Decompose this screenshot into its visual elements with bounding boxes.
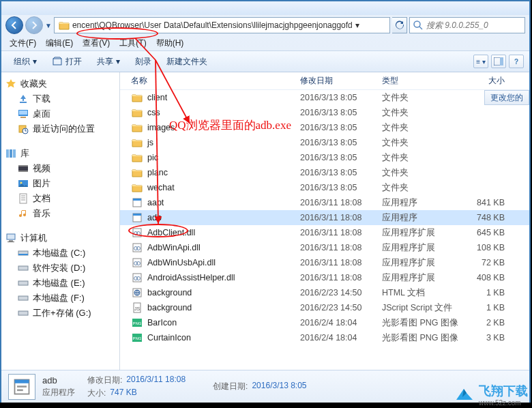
newfolder-button[interactable]: 新建文件夹: [160, 54, 214, 70]
folder-icon: [131, 136, 143, 149]
nav-computer[interactable]: 计算机: [5, 231, 115, 246]
file-name: AdbWinUsbApi.dll: [147, 258, 216, 267]
svg-rect-53: [17, 385, 27, 388]
refresh-button[interactable]: [392, 17, 407, 33]
navigation-pane[interactable]: 收藏夹 下载 桌面 最近访问的位置 库 视频 图片 文档 音乐 计算机 本地磁盘…: [1, 72, 120, 370]
file-row[interactable]: css2016/3/13 8:05文件夹: [120, 105, 529, 120]
menu-help[interactable]: 帮助(H): [152, 36, 188, 50]
pane-icon: [494, 57, 503, 65]
file-row[interactable]: images2016/3/13 8:05文件夹: [120, 120, 529, 135]
menu-view[interactable]: 查看(V): [78, 36, 114, 50]
forward-button[interactable]: [25, 16, 43, 34]
file-size: 408 KB: [464, 273, 505, 282]
chevron-down-icon: ▾: [116, 57, 120, 66]
file-size: 748 KB: [464, 213, 505, 222]
column-headers[interactable]: 名称 修改日期 类型 大小: [120, 72, 529, 90]
arrow-left-icon: [9, 20, 20, 31]
file-date: 2016/3/11 18:08: [300, 243, 382, 252]
js-icon: JS: [131, 302, 143, 314]
file-row[interactable]: adb2016/3/11 18:08应用程序748 KB: [120, 210, 529, 225]
file-row[interactable]: client2016/3/13 8:05文件夹: [120, 90, 529, 105]
dll-icon: [131, 272, 143, 284]
file-row[interactable]: PNGCurtainIcon2016/2/4 18:04光影看图 PNG 图像3…: [120, 330, 529, 345]
nav-recent[interactable]: 最近访问的位置: [5, 121, 115, 136]
file-row[interactable]: js2016/3/13 8:05文件夹: [120, 135, 529, 150]
drive-icon: [18, 308, 29, 319]
svg-rect-17: [20, 194, 27, 203]
file-row[interactable]: aapt2016/3/11 18:08应用程序841 KB: [120, 195, 529, 210]
help-button[interactable]: ?: [509, 55, 524, 68]
menu-edit[interactable]: 编辑(E): [42, 36, 77, 50]
picture-icon: [18, 178, 29, 189]
file-size: 3 KB: [464, 333, 505, 343]
nav-videos[interactable]: 视频: [5, 161, 115, 176]
svg-rect-24: [18, 281, 28, 285]
view-mode-button[interactable]: ≡ ▾: [473, 55, 488, 68]
details-mod-value: 2016/3/11 18:08: [126, 375, 186, 386]
file-row[interactable]: JSbackground2016/2/23 14:50JScript Scrip…: [120, 300, 529, 315]
svg-text:PNG: PNG: [132, 321, 141, 325]
address-input[interactable]: encent\QQBrowser\User Data\Default\Exten…: [54, 17, 390, 33]
file-row[interactable]: AndroidAssistHelper.dll2016/3/11 18:08应用…: [120, 270, 529, 285]
nav-music[interactable]: 音乐: [5, 206, 115, 221]
file-row[interactable]: planc2016/3/13 8:05文件夹: [120, 165, 529, 180]
svg-rect-23: [18, 266, 28, 270]
file-type: 文件夹: [382, 152, 464, 164]
change-view-hint[interactable]: 更改您的: [484, 90, 529, 105]
desktop-icon: [18, 108, 29, 119]
file-date: 2016/3/11 18:08: [300, 258, 382, 267]
refresh-icon: [394, 20, 405, 31]
col-name[interactable]: 名称: [131, 75, 300, 87]
menu-file[interactable]: 文件(F): [5, 36, 40, 50]
file-row[interactable]: PNGBarIcon2016/2/4 18:04光影看图 PNG 图像2 KB: [120, 315, 529, 330]
file-type: 光影看图 PNG 图像: [382, 332, 464, 344]
history-dropdown-icon[interactable]: ▼: [45, 22, 52, 29]
details-size-label: 大小:: [87, 388, 106, 399]
file-list[interactable]: client2016/3/13 8:05文件夹css2016/3/13 8:05…: [120, 90, 529, 345]
chevron-down-icon: ▾: [33, 57, 37, 66]
file-row[interactable]: AdbClient.dll2016/3/11 18:08应用程序扩展645 KB: [120, 225, 529, 240]
nav-desktop[interactable]: 桌面: [5, 106, 115, 121]
file-type: 文件夹: [382, 107, 464, 119]
nav-documents[interactable]: 文档: [5, 191, 115, 206]
file-date: 2016/3/13 8:05: [300, 153, 382, 162]
file-name: AdbClient.dll: [147, 228, 195, 237]
titlebar[interactable]: [1, 1, 529, 15]
organize-button[interactable]: 组织 ▾: [7, 54, 44, 70]
file-date: 2016/3/13 8:05: [300, 123, 382, 132]
library-icon: [5, 148, 16, 159]
preview-pane-button[interactable]: [491, 55, 506, 68]
file-row[interactable]: AdbWinApi.dll2016/3/11 18:08应用程序扩展108 KB: [120, 240, 529, 255]
nav-libraries[interactable]: 库: [5, 146, 115, 161]
share-button[interactable]: 共享 ▾: [90, 54, 127, 70]
file-row[interactable]: pic2016/3/13 8:05文件夹: [120, 150, 529, 165]
nav-pictures[interactable]: 图片: [5, 176, 115, 191]
nav-drive-f[interactable]: 本地磁盘 (F:): [5, 291, 115, 306]
nav-drive-e[interactable]: 本地磁盘 (E:): [5, 276, 115, 291]
back-button[interactable]: [5, 16, 23, 34]
nav-drive-g[interactable]: 工作+存储 (G:): [5, 306, 115, 321]
menu-tools[interactable]: 工具(T): [115, 36, 150, 50]
address-drop-icon[interactable]: ▾: [353, 20, 362, 30]
open-button[interactable]: 打开: [45, 54, 89, 70]
nav-drive-d[interactable]: 软件安装 (D:): [5, 261, 115, 276]
col-type[interactable]: 类型: [382, 75, 464, 87]
file-size: 1 KB: [464, 303, 505, 312]
exe-icon: [131, 212, 143, 224]
nav-downloads[interactable]: 下载: [5, 91, 115, 106]
nav-drive-c[interactable]: 本地磁盘 (C:): [5, 246, 115, 261]
nav-favorites[interactable]: 收藏夹: [5, 76, 115, 91]
details-mod-label: 修改日期:: [87, 375, 122, 386]
search-input[interactable]: 搜索 9.0.0.255_0: [409, 17, 525, 33]
burn-button[interactable]: 刻录: [128, 54, 158, 70]
col-size[interactable]: 大小: [464, 75, 505, 87]
col-date[interactable]: 修改日期: [300, 75, 382, 87]
svg-rect-9: [6, 149, 9, 158]
folder-icon: [131, 91, 143, 104]
folder-icon: [131, 121, 143, 134]
svg-rect-5: [19, 111, 27, 115]
file-row[interactable]: background2016/2/23 14:50HTML 文档1 KB: [120, 285, 529, 300]
file-row[interactable]: wechat2016/3/13 8:05文件夹: [120, 180, 529, 195]
document-icon: [18, 193, 29, 204]
file-row[interactable]: AdbWinUsbApi.dll2016/3/11 18:08应用程序扩展72 …: [120, 255, 529, 270]
